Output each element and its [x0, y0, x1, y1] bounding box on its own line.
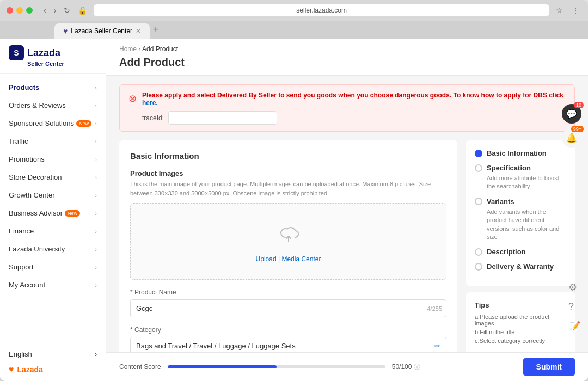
- page-title: Add Product: [119, 56, 575, 75]
- form-panel: Basic Information Product Images This is…: [119, 140, 457, 381]
- forward-button[interactable]: ›: [52, 5, 59, 16]
- bookmarks-icon[interactable]: ☆: [554, 5, 565, 16]
- language-selector[interactable]: English ›: [9, 350, 97, 358]
- tab-favicon: ♥: [63, 27, 68, 35]
- char-count: 4/255: [427, 305, 442, 312]
- step-basic-info[interactable]: Basic Information: [475, 149, 566, 157]
- content-wrapper: Basic Information Product Images This is…: [119, 140, 575, 381]
- submit-button[interactable]: Submit: [523, 358, 575, 376]
- chevron-right-icon: ›: [95, 174, 97, 181]
- sidebar-item-finance[interactable]: Finance ›: [0, 222, 106, 240]
- product-images-desc: This is the main image of your product p…: [130, 180, 446, 198]
- chevron-right-icon: ›: [95, 282, 97, 288]
- sidebar-item-traffic[interactable]: Traffic ›: [0, 132, 106, 150]
- floating-icons: 💬 10 🔔 99+: [562, 104, 581, 148]
- nav-buttons: ‹ › ↻ 🔒: [41, 5, 89, 16]
- content-body: ⊗ Please apply and select Delivered By S…: [106, 76, 588, 381]
- step-description[interactable]: Description: [475, 248, 566, 256]
- step-variants[interactable]: Variants Add variants when the product h…: [475, 198, 566, 242]
- sidebar-item-products[interactable]: Products ›: [0, 78, 106, 96]
- close-button[interactable]: [7, 7, 13, 14]
- warning-text: Please apply and select Delivered By Sel…: [142, 91, 566, 107]
- tab-close-button[interactable]: ✕: [136, 27, 141, 35]
- product-name-input[interactable]: [130, 299, 446, 317]
- tip-1: a.Please upload the product images: [475, 314, 566, 327]
- chevron-right-icon: ›: [95, 264, 97, 271]
- product-images-field: Product Images This is the main image of…: [130, 169, 446, 280]
- sidebar-item-growth-center[interactable]: Growth Center ›: [0, 186, 106, 204]
- product-name-field: * Product Name 4/255: [130, 288, 446, 317]
- sidebar: S Lazada Seller Center Products › Orders…: [0, 39, 106, 381]
- chevron-right-icon: ›: [95, 120, 97, 127]
- chevron-right-icon: ›: [95, 192, 97, 199]
- section-title: Basic Information: [130, 151, 446, 161]
- breadcrumb-separator: ›: [138, 45, 140, 53]
- step-radio-basic: [475, 150, 482, 157]
- category-field: * Category Bags and Travel / Travel / Lu…: [130, 326, 446, 355]
- tab-label: Lazada Seller Center: [71, 27, 132, 35]
- category-label: * Category: [130, 326, 446, 334]
- product-name-label: * Product Name: [130, 288, 446, 296]
- sidebar-item-sponsored[interactable]: Sponsored Solutions New ›: [0, 114, 106, 132]
- warning-link[interactable]: here.: [142, 99, 158, 107]
- maximize-button[interactable]: [26, 7, 33, 14]
- settings-icon[interactable]: ⚙: [568, 281, 580, 293]
- chevron-right-icon: ›: [95, 228, 97, 235]
- score-progress-bar: [168, 365, 385, 368]
- edit-icon[interactable]: ✏: [434, 342, 440, 350]
- content-header: Home › Add Product Add Product: [106, 39, 588, 76]
- sidebar-item-orders[interactable]: Orders & Reviews ›: [0, 96, 106, 114]
- chevron-right-icon: ›: [95, 156, 97, 163]
- sidebar-logo: S Lazada Seller Center: [0, 39, 106, 74]
- category-value: Bags and Travel / Travel / Luggage / Lug…: [136, 342, 434, 350]
- tip-3: c.Select category correctly: [475, 337, 566, 344]
- breadcrumb: Home › Add Product: [119, 45, 575, 53]
- bottom-float-icons: ⚙ ? 📝: [568, 281, 580, 332]
- bell-badge: 99+: [571, 126, 584, 132]
- active-tab[interactable]: ♥ Lazada Seller Center ✕: [54, 23, 150, 39]
- menu-icon[interactable]: ⋮: [569, 5, 581, 16]
- new-badge: New: [65, 210, 80, 217]
- feedback-icon[interactable]: 📝: [568, 320, 580, 332]
- sidebar-item-business-advisor[interactable]: Business Advisor New ›: [0, 204, 106, 222]
- sidebar-item-my-account[interactable]: My Account ›: [0, 276, 106, 294]
- step-specification[interactable]: Specification Add more attribute to boos…: [475, 164, 566, 191]
- heart-icon: ♥: [9, 365, 14, 374]
- address-bar[interactable]: seller.lazada.com: [94, 4, 549, 16]
- new-tab-button[interactable]: +: [150, 21, 162, 39]
- breadcrumb-home[interactable]: Home: [119, 45, 137, 53]
- step-variants-desc: Add variants when the product have diffe…: [487, 208, 566, 242]
- trace-label: traceId:: [142, 114, 164, 122]
- sidebar-footer: English › ♥ Lazada: [0, 343, 106, 381]
- step-delivery[interactable]: Delivery & Warranty: [475, 262, 566, 271]
- sidebar-nav: Products › Orders & Reviews › Sponsored …: [0, 74, 106, 343]
- step-radio-delivery: [475, 263, 482, 271]
- upload-links: Upload | Media Center: [256, 255, 321, 263]
- main-content: Home › Add Product Add Product ⊗ Please …: [106, 39, 588, 381]
- steps-panel: Basic Information Specification Add more…: [466, 140, 575, 286]
- back-button[interactable]: ‹: [41, 5, 48, 16]
- sidebar-item-support[interactable]: Support ›: [0, 258, 106, 276]
- sidebar-item-store-decoration[interactable]: Store Decoration ›: [0, 168, 106, 186]
- warning-icon: ⊗: [128, 93, 137, 105]
- product-images-label: Product Images: [130, 169, 446, 177]
- tips-panel: Tips a.Please upload the product images …: [466, 292, 575, 355]
- minimize-button[interactable]: [16, 7, 23, 14]
- content-score-label: Content Score: [119, 363, 161, 371]
- warning-banner: ⊗ Please apply and select Delivered By S…: [119, 84, 575, 132]
- sidebar-item-lazada-university[interactable]: Lazada University ›: [0, 240, 106, 258]
- image-upload-area[interactable]: Upload | Media Center: [130, 203, 446, 280]
- info-icon: ⓘ: [414, 362, 420, 372]
- help-icon[interactable]: ?: [568, 301, 580, 312]
- reload-button[interactable]: ↻: [62, 5, 72, 16]
- sidebar-item-promotions[interactable]: Promotions ›: [0, 150, 106, 168]
- chevron-right-icon: ›: [95, 210, 97, 217]
- media-center-link[interactable]: Media Center: [281, 255, 321, 263]
- score-value: 50/100 ⓘ: [392, 362, 421, 372]
- product-name-wrapper: 4/255: [130, 299, 446, 317]
- trace-input[interactable]: [168, 111, 277, 125]
- bell-float-button[interactable]: 🔔 99+: [562, 128, 581, 148]
- chat-float-button[interactable]: 💬 10: [562, 104, 581, 124]
- upload-link[interactable]: Upload: [256, 255, 277, 263]
- step-radio-description: [475, 248, 482, 256]
